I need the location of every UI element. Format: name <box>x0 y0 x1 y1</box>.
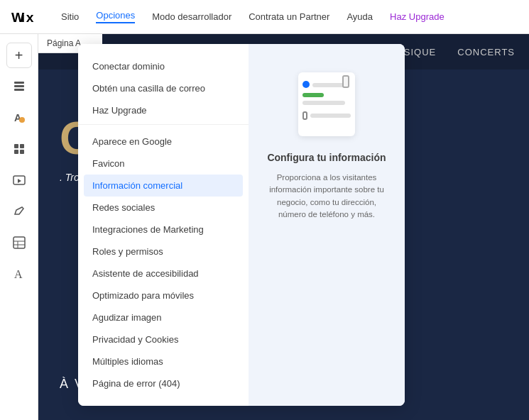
nav-sitio[interactable]: Sitio <box>61 11 79 22</box>
media-icon[interactable] <box>6 167 32 193</box>
svg-rect-9 <box>20 144 24 148</box>
clip-icon <box>342 75 349 88</box>
svg-text:A: A <box>14 268 23 280</box>
dropdown-accessibility[interactable]: Asistente de accesibilidad <box>78 262 249 284</box>
dropdown-business-info[interactable]: Información comercial <box>84 175 243 197</box>
dropdown-upgrade[interactable]: Haz Upgrade <box>78 99 249 121</box>
svg-rect-13 <box>13 237 25 248</box>
dropdown-social[interactable]: Redes sociales <box>78 197 249 219</box>
dropdown-languages[interactable]: Múltiples idiomas <box>78 350 249 372</box>
topnav: W i x Sitio Opciones Modo desarrollador … <box>0 0 529 34</box>
dropdown-favicon[interactable]: Favicon <box>78 153 249 175</box>
svg-rect-4 <box>14 85 24 87</box>
svg-rect-10 <box>14 150 18 154</box>
pen-icon[interactable] <box>6 199 32 224</box>
info-illustration <box>291 65 362 143</box>
svg-rect-8 <box>14 144 18 148</box>
font-icon[interactable]: A <box>6 261 32 287</box>
nav-opciones[interactable]: Opciones <box>96 10 135 23</box>
dropdown-sharpen[interactable]: Agudizar imagen <box>78 306 249 328</box>
info-card-front <box>298 72 355 136</box>
svg-rect-11 <box>20 150 24 154</box>
nav-upgrade[interactable]: Haz Upgrade <box>390 11 445 22</box>
dropdown-section-1: Conectar dominio Obtén una casilla de co… <box>78 52 249 125</box>
wix-logo[interactable]: W i x <box>11 9 38 25</box>
apps-icon[interactable] <box>6 136 32 162</box>
dropdown-menu: Conectar dominio Obtén una casilla de co… <box>78 44 405 406</box>
dropdown-google[interactable]: Aparece en Google <box>78 131 249 153</box>
dropdown-section-2: Aparece en Google Favicon Información co… <box>78 128 249 397</box>
pages-icon[interactable] <box>6 74 32 99</box>
info-panel-description: Proporciona a los visitantes información… <box>263 172 391 221</box>
dropdown-right-panel: Configura tu información Proporciona a l… <box>249 44 405 406</box>
dropdown-mailbox[interactable]: Obtén una casilla de correo <box>78 77 249 99</box>
dropdown-privacy[interactable]: Privacidad y Cookies <box>78 328 249 350</box>
svg-point-7 <box>19 117 25 123</box>
svg-text:i: i <box>21 9 25 24</box>
svg-text:x: x <box>26 9 34 24</box>
svg-rect-3 <box>14 82 24 84</box>
nav-partner[interactable]: Contrata un Partner <box>249 11 329 22</box>
card-line-2 <box>302 101 345 105</box>
location-dot <box>302 81 310 88</box>
dropdown-left-panel: Conectar dominio Obtén una casilla de co… <box>78 44 249 406</box>
dropdown-error-page[interactable]: Página de error (404) <box>78 372 249 394</box>
dropdown-mobile[interactable]: Optimizado para móviles <box>78 284 249 306</box>
dropdown-marketing[interactable]: Integraciones de Marketing <box>78 219 249 241</box>
phone-icon <box>302 111 307 120</box>
add-element-button[interactable]: + <box>6 43 32 68</box>
text-icon[interactable]: A <box>6 105 32 131</box>
nav-developer[interactable]: Modo desarrollador <box>152 11 231 22</box>
table-icon[interactable] <box>6 230 32 255</box>
left-sidebar: + A A <box>0 34 38 420</box>
dropdown-roles[interactable]: Roles y permisos <box>78 241 249 262</box>
svg-rect-5 <box>14 89 24 91</box>
info-panel-title: Configura tu información <box>267 152 386 163</box>
website-nav-concerts: CONCERTS <box>457 47 515 57</box>
nav-help[interactable]: Ayuda <box>347 11 373 22</box>
card-line-3 <box>310 114 351 118</box>
card-line-green <box>302 93 324 97</box>
dropdown-connect-domain[interactable]: Conectar dominio <box>78 55 249 77</box>
